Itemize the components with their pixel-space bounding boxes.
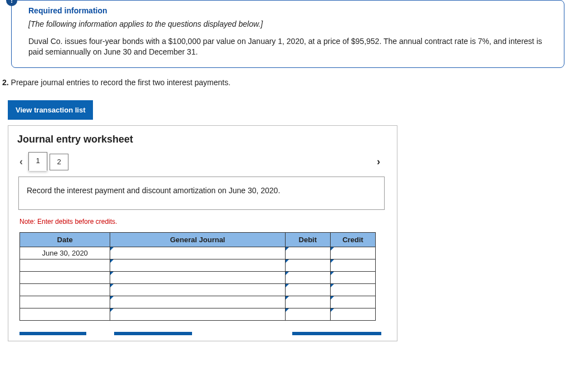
cell-general-journal[interactable] [110, 271, 285, 283]
applies-line: [The following information applies to th… [28, 19, 551, 28]
cell-debit[interactable] [285, 247, 330, 259]
question-number: 2. [2, 78, 9, 87]
table-row [20, 271, 376, 283]
dropdown-marker-icon [110, 247, 114, 251]
dropdown-marker-icon [331, 259, 334, 263]
col-header-debit: Debit [285, 232, 330, 247]
cell-general-journal[interactable] [110, 283, 285, 296]
cell-credit[interactable] [330, 283, 375, 296]
worksheet-title: Journal entry worksheet [17, 134, 389, 145]
cell-date[interactable]: June 30, 2020 [20, 247, 110, 259]
dropdown-marker-icon [110, 296, 114, 300]
cell-credit[interactable] [330, 247, 375, 259]
dropdown-marker-icon [286, 308, 289, 312]
dropdown-marker-icon [331, 308, 334, 312]
question-line: 2. Prepare journal entries to record the… [2, 78, 570, 87]
journal-entry-worksheet: Journal entry worksheet ‹ 1 2 › Record t… [8, 125, 397, 341]
journal-entry-body: June 30, 2020 [20, 247, 376, 320]
cell-date[interactable] [20, 296, 110, 308]
cell-debit[interactable] [285, 259, 330, 271]
dropdown-marker-icon [286, 296, 289, 300]
dropdown-marker-icon [331, 284, 334, 287]
cell-debit[interactable] [285, 308, 330, 320]
table-row [20, 308, 376, 320]
entry-instruction: Record the interest payment and discount… [18, 177, 385, 210]
action-button-partial[interactable] [19, 332, 86, 335]
worksheet-pager: ‹ 1 2 › [16, 153, 389, 171]
dropdown-marker-icon [110, 284, 114, 287]
cell-debit[interactable] [285, 271, 330, 283]
table-row [20, 296, 376, 308]
dropdown-marker-icon [331, 296, 334, 300]
note-line: Note: Enter debits before credits. [19, 218, 389, 226]
dropdown-marker-icon [286, 272, 289, 275]
scenario-text: Duval Co. issues four-year bonds with a … [28, 36, 551, 57]
cell-credit[interactable] [330, 259, 375, 271]
cell-date[interactable] [20, 283, 110, 296]
cell-debit[interactable] [285, 296, 330, 308]
dropdown-marker-icon [110, 272, 114, 275]
dropdown-marker-icon [286, 284, 289, 287]
dropdown-marker-icon [286, 247, 289, 251]
journal-entry-table: Date General Journal Debit Credit June 3… [19, 232, 376, 321]
cell-credit[interactable] [330, 308, 375, 320]
bottom-action-bar [19, 332, 389, 335]
cell-general-journal[interactable] [110, 308, 285, 320]
dropdown-marker-icon [286, 259, 289, 263]
question-text: Prepare journal entries to record the fi… [11, 78, 231, 87]
col-header-credit: Credit [330, 232, 375, 247]
dropdown-marker-icon [110, 259, 114, 263]
cell-date[interactable] [20, 308, 110, 320]
dropdown-marker-icon [331, 247, 334, 251]
cell-date[interactable] [20, 271, 110, 283]
cell-general-journal[interactable] [110, 259, 285, 271]
required-info-box: ! Required information [The following in… [11, 0, 564, 68]
view-transaction-list-button[interactable]: View transaction list [8, 100, 93, 120]
action-button-partial[interactable] [114, 332, 192, 335]
cell-debit[interactable] [285, 283, 330, 296]
tab-1[interactable]: 1 [28, 152, 47, 171]
chevron-right-icon[interactable]: › [374, 156, 384, 168]
cell-credit[interactable] [330, 296, 375, 308]
col-header-general-journal: General Journal [110, 232, 285, 247]
cell-date[interactable] [20, 259, 110, 271]
col-header-date: Date [20, 232, 110, 247]
info-icon: ! [6, 0, 17, 6]
required-info-title: Required information [28, 6, 551, 15]
table-row: June 30, 2020 [20, 247, 376, 259]
table-row [20, 259, 376, 271]
dropdown-marker-icon [110, 308, 114, 312]
table-row [20, 283, 376, 296]
dropdown-marker-icon [331, 272, 334, 275]
cell-general-journal[interactable] [110, 296, 285, 308]
tab-2[interactable]: 2 [50, 154, 68, 170]
cell-credit[interactable] [330, 271, 375, 283]
chevron-left-icon[interactable]: ‹ [16, 156, 26, 168]
action-button-partial[interactable] [292, 332, 381, 335]
cell-general-journal[interactable] [110, 247, 285, 259]
